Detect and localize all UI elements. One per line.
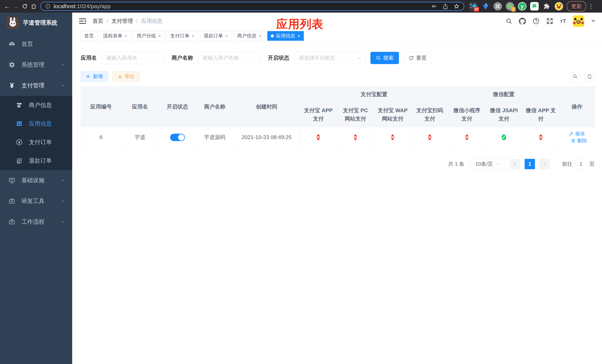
cell-alipay-app-status: × <box>300 127 337 148</box>
tab-app-info-active[interactable]: 应用信息 × <box>267 31 304 41</box>
sidebar-collapse-icon[interactable] <box>79 18 86 24</box>
tab-process-form[interactable]: 流程表单 × <box>100 31 131 41</box>
table-toolbar: 新增 导出 <box>81 72 595 81</box>
delete-link[interactable]: 删除 <box>571 137 587 144</box>
fullscreen-icon[interactable] <box>546 18 553 25</box>
sidebar-item-payment[interactable]: ¥ 支付管理 <box>0 75 72 96</box>
sidebar-item-system[interactable]: 系统管理 <box>0 54 72 75</box>
cell-app-name: 芋道 <box>121 127 159 148</box>
extension-command-icon[interactable]: ⌘ <box>494 2 502 11</box>
sidebar-item-dev-tools[interactable]: 研发工具 <box>0 191 72 212</box>
goto-page-input[interactable] <box>575 159 587 169</box>
cell-wx-jsapi-status: ✓ <box>485 127 522 148</box>
reset-button[interactable]: 重置 <box>403 52 432 64</box>
address-bar[interactable]: localhost:1024/pay/app <box>40 2 464 11</box>
search-icon <box>376 55 381 61</box>
breadcrumb-current: 应用信息 <box>141 17 162 25</box>
sidebar-item-app-info[interactable]: 应用信息 <box>0 114 72 133</box>
tab-pay-orders[interactable]: 支付订单 × <box>167 31 198 41</box>
refresh-icon <box>409 55 414 61</box>
sidebar-item-refund-orders[interactable]: 退款订单 <box>0 151 72 170</box>
browser-home-icon[interactable] <box>29 2 38 11</box>
extension-chat-icon[interactable] <box>530 2 539 11</box>
col-header-alipay-qr: 支付宝扫码支付 <box>411 102 448 127</box>
tab-refund-orders[interactable]: 退款订单 × <box>200 31 232 41</box>
sidebar-item-label: 应用信息 <box>29 120 52 128</box>
app-logo-row[interactable]: 芋道管理系统 <box>0 13 72 32</box>
tab-close-icon[interactable]: × <box>298 33 300 38</box>
sidebar-item-merchant-info[interactable]: 商户信息 <box>0 96 72 114</box>
breadcrumb-home[interactable]: 首页 <box>93 17 103 25</box>
tab-close-icon[interactable]: × <box>225 33 228 38</box>
pagination: 共 1 条 10条/页 1 前往 页 <box>81 158 595 170</box>
refresh-table-button[interactable] <box>585 72 595 81</box>
page-size-value: 10条/页 <box>475 161 493 168</box>
extension-avatar-icon[interactable]: 1 <box>506 2 514 11</box>
extension-emoji-icon[interactable] <box>555 2 563 11</box>
help-icon[interactable] <box>533 18 540 25</box>
share-icon[interactable] <box>443 3 448 9</box>
enabled-status-label: 开启状态 <box>268 54 289 62</box>
extension-badge-10: 10 <box>474 7 479 12</box>
edit-link-label: 修改 <box>575 130 585 137</box>
breadcrumb-section[interactable]: 支付管理 <box>111 17 133 25</box>
add-button[interactable]: 新增 <box>81 72 108 81</box>
header-search-icon[interactable] <box>505 18 512 24</box>
password-key-icon[interactable] <box>431 3 437 9</box>
merchant-name-input[interactable] <box>198 52 260 64</box>
tab-label: 首页 <box>84 32 94 39</box>
sidebar-item-infrastructure[interactable]: 基础设施 <box>0 170 72 191</box>
enabled-status-select[interactable]: 请选择开启状态 <box>294 52 366 64</box>
tab-label: 用户分组 <box>137 32 156 39</box>
app-name-input[interactable] <box>102 52 164 64</box>
user-menu-caret-icon[interactable] <box>591 20 595 22</box>
briefcase-icon <box>8 218 16 225</box>
tab-close-icon[interactable]: × <box>158 33 161 38</box>
browser-forward-icon[interactable]: → <box>11 2 20 11</box>
extensions-puzzle-icon[interactable] <box>542 2 551 11</box>
tab-close-icon[interactable]: × <box>192 33 194 38</box>
col-header-wx-app: 微信 APP 支付 <box>522 102 559 127</box>
yen-circle-icon <box>16 139 23 146</box>
prev-page-button[interactable] <box>510 159 520 169</box>
extension-kite-icon[interactable] <box>481 2 490 11</box>
browser-update-button[interactable]: 更新 <box>567 1 586 11</box>
col-header-created: 创建时间 <box>233 86 300 127</box>
breadcrumb-separator: / <box>136 18 138 24</box>
tab-close-icon[interactable]: × <box>125 33 127 38</box>
search-button[interactable]: 搜索 <box>370 52 399 64</box>
refresh-cycle-icon <box>587 74 592 79</box>
export-button[interactable]: 导出 <box>113 72 140 81</box>
sidebar-item-home[interactable]: 首页 <box>0 34 72 54</box>
sidebar-item-workflow[interactable]: 工作流程 <box>0 212 72 232</box>
browser-reload-icon[interactable] <box>20 2 29 11</box>
user-avatar[interactable] <box>573 15 584 27</box>
page-size-select[interactable]: 10条/页 <box>470 158 505 170</box>
edit-link[interactable]: 修改 <box>569 130 585 137</box>
status-error-icon: × <box>354 134 357 140</box>
toggle-search-button[interactable] <box>570 72 580 81</box>
bookmark-star-icon[interactable] <box>454 3 460 9</box>
group-header-wechat: 微信配置 <box>448 86 559 102</box>
breadcrumb: 首页 / 支付管理 / 应用信息 <box>93 17 162 25</box>
table-row: 6 芋道 芋道源码 2021-10-23 08:49:25 × × × × × … <box>81 127 595 148</box>
browser-menu-icon[interactable]: ⋮ <box>588 3 594 10</box>
extension-blue-diamond-icon[interactable]: 10 <box>469 2 478 11</box>
sidebar-item-label: 商户信息 <box>29 101 52 109</box>
browser-back-icon[interactable]: ← <box>3 2 11 11</box>
next-page-button[interactable] <box>539 159 550 169</box>
site-info-icon[interactable] <box>45 3 51 9</box>
status-success-icon: ✓ <box>502 134 506 140</box>
download-icon <box>118 74 122 79</box>
tab-close-icon[interactable]: × <box>259 33 262 38</box>
sidebar-item-label: 基础设施 <box>22 176 44 184</box>
github-icon[interactable] <box>519 18 526 25</box>
tab-user-group[interactable]: 用户分组 × <box>133 31 164 41</box>
page-number-button[interactable]: 1 <box>525 159 535 169</box>
enabled-toggle[interactable] <box>170 134 185 141</box>
extension-yuque-icon[interactable]: y <box>518 2 527 11</box>
sidebar-item-pay-orders[interactable]: 支付订单 <box>0 133 72 151</box>
tab-home[interactable]: 首页 <box>81 31 97 41</box>
font-size-icon[interactable]: тT <box>560 18 566 24</box>
tab-merchant-info[interactable]: 商户信息 × <box>234 31 265 41</box>
